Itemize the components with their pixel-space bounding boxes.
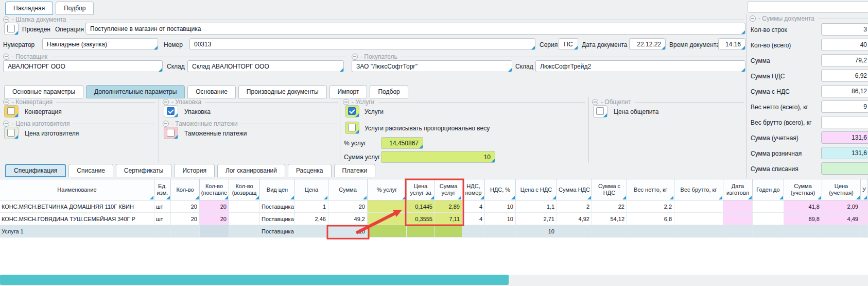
table-row-2[interactable]: Услуга 1Поставщика1010 [0, 225, 868, 238]
divider [635, 102, 744, 103]
parameter-tab-1[interactable]: Дополнительные параметры [86, 85, 185, 98]
table-row-0[interactable]: КОНС.МЯСН.ВЕТЧИНКА ДОМАШНЯЯ 110Г КВИНшт2… [0, 200, 868, 213]
totals-value-field[interactable]: 79,2 [821, 54, 868, 66]
collapse-icon[interactable] [750, 15, 756, 22]
parameter-tab-5[interactable]: Подбор [370, 85, 408, 98]
column-header-sum_with_vat[interactable]: Сумма с НДС [592, 179, 627, 200]
cell-services_sum: 2,89 [435, 200, 462, 212]
totals-value-field[interactable]: 131,6 [821, 131, 868, 144]
collapse-icon[interactable] [3, 54, 9, 60]
numerator-label: Нумератор [3, 41, 34, 48]
series-field[interactable]: ПС [559, 38, 578, 50]
sort-triangle-icon [587, 196, 591, 199]
totals-value-field[interactable] [821, 162, 868, 175]
collapse-icon[interactable] [163, 121, 169, 127]
services-sum-field[interactable]: 10 [381, 151, 495, 163]
checkbox-box [7, 107, 15, 115]
column-header-gross_weight[interactable]: Вес брутто, кг [674, 179, 723, 200]
totals-row-7: Сумма (учетная)131,6 [748, 131, 868, 146]
column-header-name[interactable]: Наименование [0, 179, 154, 200]
column-header-sum_accounting[interactable]: Сумма (учетная) [784, 179, 822, 200]
column-header-mfg_date[interactable]: Дата изготовл [723, 179, 753, 200]
catering-checkbox[interactable] [593, 105, 607, 117]
numerator-field[interactable]: Накладные (закупка) [42, 38, 158, 50]
horizontal-scrollbar-thumb[interactable] [0, 275, 509, 285]
services-proportional-checkbox[interactable] [345, 122, 359, 134]
totals-value-field[interactable] [821, 116, 868, 128]
column-header-vat_number[interactable]: НДС, номер [462, 179, 485, 200]
totals-value-field[interactable]: 6,92 [821, 70, 868, 82]
spec-tab-3[interactable]: История [174, 164, 215, 177]
parameter-tab-3[interactable]: Производные документы [238, 85, 327, 98]
totals-value-field[interactable]: 40 [821, 39, 868, 51]
proveden-checkbox[interactable] [4, 23, 19, 35]
group-title: Поставщик [12, 53, 47, 60]
collapse-icon[interactable] [592, 99, 598, 105]
parameter-tab-0[interactable]: Основные параметры [4, 85, 83, 98]
spec-tab-4[interactable]: Лог сканирований [217, 164, 285, 177]
services-checkbox[interactable] [345, 105, 359, 117]
packaging-checkbox[interactable] [164, 105, 178, 117]
services-pct-field[interactable]: 14,450867 [381, 137, 423, 149]
column-header-unit[interactable]: Ед. изм. [154, 179, 171, 200]
cell-price_accounting: 2,09 [822, 200, 861, 212]
cell-qty_returned [229, 213, 260, 225]
collapse-icon[interactable] [163, 99, 169, 105]
spec-tab-5[interactable]: Расценка [288, 164, 332, 177]
customs-checkbox[interactable] [164, 127, 178, 139]
buyer-name-field[interactable]: ЗАО "ЛюксСофтТорг" [352, 60, 512, 72]
spec-tab-2[interactable]: Сертификаты [116, 164, 172, 177]
cell-services_price [407, 225, 435, 237]
totals-value-field[interactable]: 9 [821, 100, 868, 113]
series-label: Серия [540, 41, 558, 48]
column-header-price_type[interactable]: Вид цен [260, 179, 295, 200]
column-header-vat_pct[interactable]: НДС, % [485, 179, 516, 200]
column-header-price_with_vat[interactable]: Цена с НДС [516, 179, 557, 200]
column-header-sum[interactable]: Сумма [328, 179, 368, 200]
column-header-services_price[interactable]: Цена услуг за [407, 179, 435, 200]
column-header-clipped[interactable]: У [861, 179, 868, 200]
operation-field[interactable]: Поступление в магазин от поставщика [85, 23, 745, 35]
document-time-field[interactable]: 14:16 [718, 38, 745, 50]
collapse-icon[interactable] [3, 16, 9, 23]
spec-tab-1[interactable]: Списание [68, 164, 113, 177]
top-right-field[interactable] [748, 1, 868, 13]
manufacturer-price-label: Цена изготовителя [25, 130, 79, 137]
column-header-services_sum[interactable]: Сумма услуг [435, 179, 462, 200]
number-field[interactable]: 00313 [189, 38, 535, 50]
spec-tab-6[interactable]: Платежи [334, 164, 376, 177]
collapse-icon[interactable] [352, 54, 358, 60]
column-header-services_pct[interactable]: % услуг [368, 179, 407, 200]
table-row-1[interactable]: КОНС.МЯСН.ГОВЯДИНА ТУШ.СЕМЕЙНАЯ 340Г Ршт… [0, 213, 868, 225]
column-header-vat_sum[interactable]: Сумма НДС [557, 179, 592, 200]
top-tab-0[interactable]: Накладная [5, 2, 53, 15]
conversion-checkbox[interactable] [4, 105, 19, 117]
column-header-expiry[interactable]: Годен до [753, 179, 784, 200]
supplier-name-field[interactable]: АВАЛОНТОРГ ООО [3, 60, 163, 72]
cell-expiry [753, 225, 784, 237]
totals-label: Кол-во (всего) [751, 42, 791, 49]
buyer-warehouse-field[interactable]: ЛюксСофтТрейд2 [535, 60, 745, 72]
document-date-field[interactable]: 22.12.22 [629, 38, 666, 50]
column-header-qty[interactable]: Кол-во [171, 179, 200, 200]
totals-value-field[interactable]: 86,12 [821, 85, 868, 97]
collapse-icon[interactable] [343, 99, 349, 105]
totals-value-field[interactable]: 131,6 [821, 147, 868, 159]
services-proportional-label: Услуги расписывать пропорционально весу [364, 125, 490, 132]
column-header-price[interactable]: Цена [295, 179, 328, 200]
spec-tab-0[interactable]: Спецификация [5, 164, 66, 177]
parameter-tab-4[interactable]: Импорт [329, 85, 368, 98]
column-header-qty_returned[interactable]: Кол-во (возвращ [229, 179, 260, 200]
column-header-qty_supplied[interactable]: Кол-во (поставле [200, 179, 229, 200]
cell-sum_accounting: 89,8 [784, 213, 822, 225]
totals-value-field[interactable]: 3 [821, 23, 868, 36]
manufacturer-price-checkbox[interactable] [4, 127, 19, 139]
column-header-price_accounting[interactable]: Цена (учетная) [822, 179, 861, 200]
column-header-net_weight[interactable]: Вес нетто, кг [627, 179, 674, 200]
totals-label: Сумма розничная [751, 150, 802, 157]
collapse-icon[interactable] [3, 99, 9, 105]
parameter-tab-2[interactable]: Основание [187, 85, 236, 98]
top-tab-1[interactable]: Подбор [56, 2, 94, 15]
supplier-warehouse-field[interactable]: Склад АВАЛОНТОРГ ООО [187, 60, 344, 72]
collapse-icon[interactable] [3, 121, 9, 127]
